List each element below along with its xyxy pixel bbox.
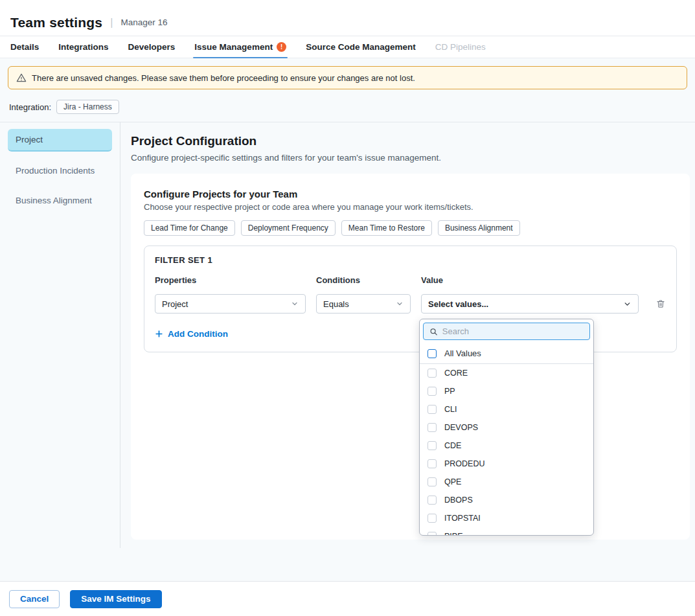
integration-row: Integration: Jira - Harness [0,97,695,122]
option-checkbox[interactable] [427,387,437,396]
tab-issue-management[interactable]: Issue Management ! [194,36,286,58]
delete-condition-button[interactable] [655,294,666,314]
property-select-value: Project [162,299,188,309]
filter-set-title: FILTER SET 1 [155,255,666,265]
card-subtitle: Choose your respective project or code a… [144,202,677,212]
filter-column-headers: Properties Conditions Value [155,275,666,294]
metric-chip-row: Lead Time for Change Deployment Frequenc… [144,220,677,236]
trash-icon [655,299,666,309]
condition-select[interactable]: Equals [316,294,411,314]
sidebar-item-business-alignment[interactable]: Business Alignment [8,190,112,211]
add-condition-label: Add Condition [168,329,228,339]
option-label: DEVOPS [444,423,478,432]
chevron-down-icon [623,300,632,308]
option-checkbox[interactable] [427,423,437,432]
conditions-column-header: Conditions [316,275,411,285]
banner-text: There are unsaved changes. Please save t… [32,73,415,83]
tab-label: CD Pipelines [435,42,486,52]
plus-icon [155,330,163,338]
property-select[interactable]: Project [155,294,306,314]
action-footer: Cancel Save IM Settings [0,581,695,616]
option-checkbox[interactable] [427,459,437,468]
option-core[interactable]: CORE [420,364,593,382]
tab-label: Source Code Management [306,42,416,52]
option-devops[interactable]: DEVOPS [420,418,593,437]
option-checkbox[interactable] [427,514,437,523]
tab-source-code-management[interactable]: Source Code Management [306,36,416,58]
value-multiselect[interactable]: Select values... [421,294,639,314]
option-label: PIPE [444,532,463,536]
value-column-header: Value [421,275,639,285]
integration-chip[interactable]: Jira - Harness [56,100,119,114]
two-column-layout: Project Production Incidents Business Al… [0,122,695,548]
add-condition-button[interactable]: Add Condition [155,329,228,339]
option-label: CLI [444,405,457,414]
title-separator: | [110,17,113,29]
tab-label: Developers [128,42,176,52]
option-all-values[interactable]: All Values [420,343,593,364]
tab-details[interactable]: Details [10,36,39,58]
option-checkbox[interactable] [427,532,437,536]
unsaved-changes-banner: There are unsaved changes. Please save t… [8,66,687,89]
option-checkbox[interactable] [427,405,437,414]
tab-developers[interactable]: Developers [128,36,176,58]
team-name-label: Manager 16 [120,17,167,27]
option-label: PP [444,387,455,396]
option-label: CDE [444,441,461,450]
save-im-settings-button[interactable]: Save IM Settings [70,590,161,608]
option-checkbox[interactable] [427,477,437,486]
option-pp[interactable]: PP [420,382,593,400]
section-title: Project Configuration [131,134,690,148]
tab-integrations[interactable]: Integrations [58,36,108,58]
option-cde[interactable]: CDE [420,437,593,455]
card-title: Configure Projects for your Team [144,188,677,200]
settings-tab-bar: Details Integrations Developers Issue Ma… [0,36,695,58]
unsaved-changes-badge-icon: ! [277,42,286,52]
integration-label: Integration: [9,102,51,112]
sidebar-item-production-incidents[interactable]: Production Incidents [8,160,112,181]
value-dropdown-panel: All Values CORE PP CLI DEVOPS CDE PRODED… [419,319,594,536]
configure-projects-card: Configure Projects for your Team Choose … [131,174,690,540]
dropdown-search [423,323,590,340]
chevron-down-icon [396,300,404,308]
tab-label: Integrations [58,42,108,52]
option-label: PRODEDU [444,459,485,468]
dropdown-search-input[interactable] [442,326,584,336]
option-checkbox[interactable] [427,441,437,450]
properties-column-header: Properties [155,275,306,285]
settings-content: There are unsaved changes. Please save t… [0,58,695,581]
option-prodedu[interactable]: PRODEDU [420,455,593,473]
value-select-placeholder: Select values... [428,299,488,309]
all-values-checkbox[interactable] [427,349,437,358]
option-dbops[interactable]: DBOPS [420,491,593,509]
option-qpe[interactable]: QPE [420,473,593,491]
option-checkbox[interactable] [427,496,437,505]
chevron-down-icon [291,300,299,308]
sidebar-item-project[interactable]: Project [8,129,112,152]
option-label: QPE [444,477,461,486]
option-label: All Values [444,348,481,358]
option-checkbox[interactable] [427,369,437,378]
tab-label: Issue Management [194,42,273,52]
tab-label: Details [10,42,39,52]
option-label: CORE [444,369,468,378]
option-label: DBOPS [444,496,473,505]
filter-set-1: FILTER SET 1 Properties Conditions Value… [144,245,677,352]
search-icon [429,327,438,336]
option-cli[interactable]: CLI [420,400,593,418]
cancel-button[interactable]: Cancel [9,590,60,608]
page-header: Team settings | Manager 16 [0,0,695,36]
tab-cd-pipelines: CD Pipelines [435,36,486,58]
option-label: ITOPSTAI [444,514,481,523]
page-title: Team settings [10,15,102,30]
warning-triangle-icon [16,73,27,83]
chip-business-alignment[interactable]: Business Alignment [438,220,520,236]
option-itopstai[interactable]: ITOPSTAI [420,509,593,527]
section-sidebar: Project Production Incidents Business Al… [0,122,120,548]
chip-mean-time-to-restore[interactable]: Mean Time to Restore [341,220,432,236]
chip-lead-time-for-change[interactable]: Lead Time for Change [144,220,235,236]
option-pipe[interactable]: PIPE [420,527,593,536]
filter-condition-row: Project Equals Select [155,294,666,314]
chip-deployment-frequency[interactable]: Deployment Frequency [241,220,336,236]
condition-select-value: Equals [323,299,349,309]
